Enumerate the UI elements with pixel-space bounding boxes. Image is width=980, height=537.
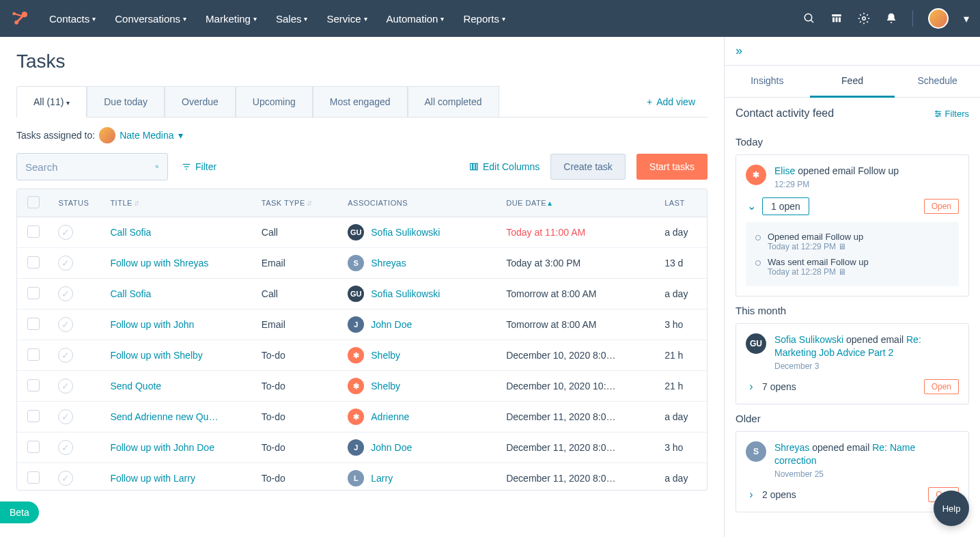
contact-link[interactable]: Sofia Sulikowski (774, 334, 843, 345)
expand-chevron-icon[interactable]: › (746, 381, 757, 393)
select-all-checkbox[interactable] (27, 196, 40, 208)
table-row[interactable]: ✓ Follow up with Shreyas Email SShreyas … (17, 248, 707, 279)
svg-rect-10 (839, 18, 841, 23)
view-tab-1[interactable]: Due today (87, 86, 165, 117)
association-link[interactable]: Adrienne (371, 411, 409, 422)
expand-chevron-icon[interactable]: ⌄ (746, 199, 757, 212)
settings-icon[interactable] (858, 12, 870, 25)
status-circle-icon[interactable]: ✓ (58, 378, 73, 394)
association-link[interactable]: Sofia Sulikowski (371, 288, 440, 299)
table-row[interactable]: ✓ Follow up with Shelby To-do ✱Shelby De… (17, 340, 707, 371)
marketplace-icon[interactable] (830, 12, 843, 25)
col-status[interactable]: STATUS (50, 189, 102, 217)
feed-filters-button[interactable]: Filters (934, 109, 969, 119)
row-checkbox[interactable] (27, 471, 40, 484)
open-button[interactable]: Open (924, 379, 959, 394)
row-checkbox[interactable] (27, 287, 40, 299)
association-link[interactable]: Larry (371, 473, 393, 484)
col-last[interactable]: LAST (656, 189, 707, 217)
user-avatar[interactable] (928, 8, 949, 29)
table-row[interactable]: ✓ Follow up with John Doe To-do JJohn Do… (17, 432, 707, 463)
association-link[interactable]: Shreyas (371, 258, 406, 268)
col-title[interactable]: TITLE⇵ (102, 189, 253, 217)
create-task-button[interactable]: Create task (550, 154, 626, 180)
nav-item-contacts[interactable]: Contacts ▾ (49, 13, 96, 25)
row-checkbox[interactable] (27, 441, 40, 453)
col-associations[interactable]: ASSOCIATIONS (339, 189, 498, 217)
status-circle-icon[interactable]: ✓ (58, 471, 73, 486)
association-link[interactable]: John Doe (371, 442, 412, 453)
status-circle-icon[interactable]: ✓ (58, 440, 73, 455)
search-icon[interactable] (803, 12, 815, 25)
svg-rect-17 (471, 163, 473, 169)
nav-item-conversations[interactable]: Conversations ▾ (115, 13, 186, 25)
opens-count[interactable]: 1 open (762, 197, 809, 215)
view-tab-4[interactable]: Most engaged (313, 86, 408, 117)
table-row[interactable]: ✓ Call Sofia Call GUSofia Sulikowski Tod… (17, 217, 707, 248)
open-button[interactable]: Open (924, 199, 959, 214)
table-row[interactable]: ✓ Call Sofia Call GUSofia Sulikowski Tom… (17, 279, 707, 309)
nav-item-service[interactable]: Service ▾ (326, 13, 367, 25)
table-row[interactable]: ✓ Follow up with John Email JJohn Doe To… (17, 309, 707, 340)
account-chevron-icon[interactable]: ▾ (964, 12, 969, 25)
panel-tab-insights[interactable]: Insights (725, 66, 810, 97)
task-title-link[interactable]: Send Adrienne new Qu… (110, 411, 218, 422)
nav-item-marketing[interactable]: Marketing ▾ (206, 13, 257, 25)
task-title-link[interactable]: Follow up with John Doe (110, 442, 214, 453)
table-row[interactable]: ✓ Send Quote To-do ✱Shelby December 10, … (17, 371, 707, 402)
panel-tab-schedule[interactable]: Schedule (895, 66, 980, 97)
col-due-date[interactable]: DUE DATE▴ (498, 189, 656, 217)
add-view-button[interactable]: + Add view (634, 87, 708, 117)
status-circle-icon[interactable]: ✓ (58, 286, 73, 301)
view-tab-3[interactable]: Upcoming (236, 86, 313, 117)
task-title-link[interactable]: Call Sofia (110, 227, 151, 238)
status-circle-icon[interactable]: ✓ (58, 409, 73, 424)
table-row[interactable]: ✓ Send Adrienne new Qu… To-do ✱Adrienne … (17, 402, 707, 432)
view-tab-5[interactable]: All completed (408, 86, 499, 117)
row-checkbox[interactable] (27, 410, 40, 422)
task-title-link[interactable]: Follow up with Shreyas (110, 258, 208, 268)
filter-button[interactable]: Filter (182, 161, 216, 172)
notifications-icon[interactable] (885, 12, 897, 25)
association-link[interactable]: Shelby (371, 381, 400, 391)
beta-badge[interactable]: Beta (0, 501, 39, 523)
contact-link[interactable]: Shreyas (774, 442, 809, 453)
panel-tab-feed[interactable]: Feed (810, 66, 895, 98)
edit-columns-button[interactable]: Edit Columns (469, 161, 540, 172)
nav-item-reports[interactable]: Reports ▾ (463, 13, 505, 25)
nav-item-sales[interactable]: Sales ▾ (276, 13, 308, 25)
table-row[interactable]: ✓ Follow up with Larry To-do LLarry Dece… (17, 463, 707, 491)
association-link[interactable]: Sofia Sulikowski (371, 227, 440, 238)
view-tab-2[interactable]: Overdue (165, 86, 236, 117)
col-task-type[interactable]: TASK TYPE⇵ (253, 189, 340, 217)
feed-timestamp: November 25 (774, 469, 959, 479)
status-circle-icon[interactable]: ✓ (58, 256, 73, 271)
task-title-link[interactable]: Follow up with Shelby (110, 350, 202, 361)
association-link[interactable]: John Doe (371, 319, 412, 330)
row-checkbox[interactable] (27, 318, 40, 330)
view-tab-0[interactable]: All (11) ▾ (16, 86, 87, 118)
expand-chevron-icon[interactable]: › (746, 488, 757, 501)
search-input-wrapper[interactable] (16, 153, 168, 180)
status-circle-icon[interactable]: ✓ (58, 225, 73, 240)
start-tasks-button[interactable]: Start tasks (636, 154, 708, 180)
row-checkbox[interactable] (27, 225, 40, 238)
row-checkbox[interactable] (27, 348, 40, 361)
collapse-panel-icon[interactable]: » (736, 44, 742, 57)
assigned-user-dropdown[interactable]: Nate Medina ▾ (99, 127, 182, 143)
help-button[interactable]: Help (934, 491, 969, 526)
association-link[interactable]: Shelby (371, 350, 400, 361)
task-title-link[interactable]: Send Quote (110, 381, 161, 391)
row-checkbox[interactable] (27, 256, 40, 268)
status-circle-icon[interactable]: ✓ (58, 348, 73, 363)
row-checkbox[interactable] (27, 379, 40, 391)
task-title-link[interactable]: Follow up with Larry (110, 473, 195, 484)
task-title-link[interactable]: Follow up with John (110, 319, 194, 330)
search-input[interactable] (25, 161, 155, 173)
due-date-cell: Today at 3:00 PM (498, 248, 656, 279)
nav-item-automation[interactable]: Automation ▾ (387, 13, 445, 25)
feed-card-today: ✱ Elise opened email Follow up 12:29 PM … (736, 154, 969, 297)
task-title-link[interactable]: Call Sofia (110, 288, 151, 299)
contact-link[interactable]: Elise (774, 165, 795, 176)
status-circle-icon[interactable]: ✓ (58, 317, 73, 332)
